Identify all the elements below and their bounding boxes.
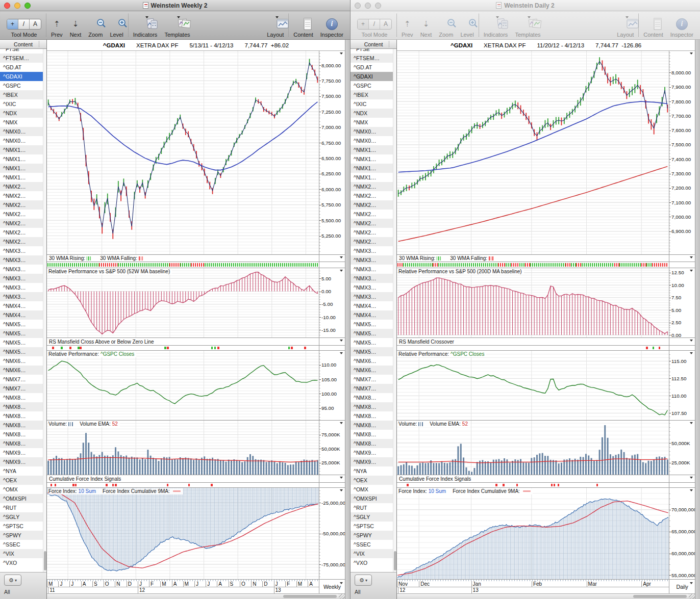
sidebar-item-nmx2[interactable]: ^NMX2…	[0, 237, 43, 246]
chevron-down-icon[interactable]	[690, 489, 693, 491]
titlebar[interactable]: Weinstein Daily 2	[351, 0, 700, 11]
templates-button[interactable]: Templates	[511, 11, 544, 39]
sidebar-item-nmx[interactable]: ^NMX	[351, 118, 393, 127]
sidebar-item-nmx4[interactable]: ^NMX4…	[0, 301, 43, 310]
volume-chart[interactable]: Volume: Volume EMA:52	[47, 421, 319, 475]
sidebar-item-omxspi[interactable]: ^OMXSPI	[351, 494, 393, 503]
sidebar-item-nmx1[interactable]: ^NMX1…	[0, 145, 43, 154]
sidebar-item-nmx1[interactable]: ^NMX1…	[351, 173, 393, 182]
sidebar-item-nmx7[interactable]: ^NMX7…	[0, 375, 43, 384]
gear-button[interactable]: ⚙▾	[355, 575, 372, 586]
templates-button[interactable]: Templates	[161, 11, 193, 39]
force-index-chart[interactable]: Force Index:10 Sum Force Index Cumulativ…	[397, 488, 669, 579]
chevron-down-icon[interactable]	[690, 270, 693, 272]
sidebar-item-ftsem[interactable]: ^FTSEM…	[0, 54, 43, 63]
sidebar-item-omx[interactable]: ^OMX	[0, 485, 43, 494]
sidebar-item-nmx1[interactable]: ^NMX1…	[351, 164, 393, 173]
gspc-relative-chart[interactable]: Relative Performance:^GSPC Closes	[47, 351, 319, 420]
sidebar-item-nmx0[interactable]: ^NMX0…	[0, 127, 43, 136]
sidebar-item-spwy[interactable]: ^SPWY	[0, 531, 43, 540]
sidebar-item-nmx3[interactable]: ^NMX3…	[0, 265, 43, 274]
sidebar-item-nmx9[interactable]: ^NMX9…	[0, 448, 43, 457]
sidebar-item-nmx2[interactable]: ^NMX2…	[0, 182, 43, 191]
resize-grip[interactable]	[689, 594, 695, 599]
sidebar-item-nmx3[interactable]: ^NMX3…	[0, 246, 43, 255]
sidebar-item-nmx2[interactable]: ^NMX2…	[0, 210, 43, 219]
sidebar-item-rut[interactable]: ^RUT	[0, 503, 43, 512]
panel-collapse-control[interactable]	[319, 255, 345, 262]
gear-button[interactable]: ⚙▾	[4, 575, 21, 586]
sidebar-item-nmx2[interactable]: ^NMX2…	[0, 219, 43, 228]
sidebar-item-nmx6[interactable]: ^NMX6…	[0, 366, 43, 375]
sidebar-item-nmx5[interactable]: ^NMX5…	[0, 347, 43, 356]
sidebar-item-ndx[interactable]: ^NDX	[0, 109, 43, 118]
chevron-down-icon[interactable]	[690, 53, 693, 55]
relative-performance-chart[interactable]: Relative Performance vs S&P 500 (52W MA …	[47, 268, 319, 337]
chevron-down-icon[interactable]	[340, 422, 343, 424]
sidebar-item-nmx2[interactable]: ^NMX2…	[351, 210, 393, 219]
sidebar-item-oex[interactable]: ^OEX	[0, 476, 43, 485]
sidebar-item-sptsc[interactable]: ^SPTSC	[0, 522, 43, 531]
sidebar-item-nmx8[interactable]: ^NMX8…	[351, 439, 393, 448]
close-button[interactable]	[4, 3, 10, 9]
sidebar-item-gdaxi[interactable]: ^GDAXI	[0, 72, 43, 81]
sidebar-item-omxspi[interactable]: ^OMXSPI	[0, 494, 43, 503]
volume-chart[interactable]: Volume: Volume EMA:52	[397, 421, 669, 475]
zoom-out-button[interactable]: Zoom	[435, 11, 457, 39]
sidebar-item-nmx8[interactable]: ^NMX8…	[0, 402, 43, 411]
sidebar-item-ssec[interactable]: ^SSEC	[0, 540, 43, 549]
gspc-relative-axis[interactable]: 115.00112.50110.00107.50	[669, 351, 695, 420]
sidebar-item-nmx3[interactable]: ^NMX3…	[0, 283, 43, 292]
sidebar-item-ibex[interactable]: ^IBEX	[0, 90, 43, 99]
price-axis[interactable]: 8,000.007,900.007,800.007,700.007,600.00…	[669, 51, 695, 254]
chevron-down-icon[interactable]	[690, 352, 693, 354]
sidebar-item-nmx8[interactable]: ^NMX8…	[351, 402, 393, 411]
layout-button[interactable]: Layout	[263, 11, 287, 39]
zoom-in-button[interactable]: Level	[457, 11, 477, 39]
sidebar-header[interactable]: Content	[351, 40, 396, 49]
period-dropdown[interactable]: Daily	[669, 580, 695, 593]
sidebar-item-ftse[interactable]: ^FTSE	[351, 49, 393, 54]
panel-collapse-control[interactable]	[669, 475, 695, 482]
sidebar-item-nmx2[interactable]: ^NMX2…	[351, 191, 393, 200]
sidebar-item-nmx2[interactable]: ^NMX2…	[351, 182, 393, 191]
titlebar[interactable]: Weinstein Weekly 2	[0, 0, 350, 11]
sidebar-item-ibex[interactable]: ^IBEX	[351, 90, 393, 99]
sidebar-item-vxo[interactable]: ^VXO	[0, 558, 43, 567]
sidebar-item-nmx6[interactable]: ^NMX6…	[351, 356, 393, 366]
sidebar-item-gdat[interactable]: ^GD.AT	[351, 63, 393, 72]
force-index-axis[interactable]: 70,000,00065,000,00060,000,00055,000,000	[669, 488, 695, 579]
trendline-tool-button[interactable]: /	[369, 19, 380, 29]
indicators-button[interactable]: Indicators	[480, 11, 512, 39]
sidebar-item-nmx3[interactable]: ^NMX3…	[351, 283, 393, 292]
sidebar-item-nmx1[interactable]: ^NMX1…	[0, 154, 43, 164]
price-chart[interactable]	[397, 51, 669, 254]
sidebar-item-vix[interactable]: ^VIX	[351, 549, 393, 558]
sidebar-item-nmx3[interactable]: ^NMX3…	[351, 274, 393, 283]
zoom-button[interactable]	[375, 3, 381, 9]
sidebar-item-nmx1[interactable]: ^NMX1…	[0, 173, 43, 182]
sidebar-item-ixic[interactable]: ^IXIC	[0, 99, 43, 109]
scrollbar-thumb[interactable]	[633, 595, 687, 598]
sidebar-item-nmx0[interactable]: ^NMX0…	[351, 136, 393, 145]
sidebar-item-nmx5[interactable]: ^NMX5…	[351, 320, 393, 329]
time-axis[interactable]: MJJASONDJFMAMJJASONDJFMA111213	[47, 580, 319, 593]
next-button[interactable]: ⇣ Next	[66, 11, 85, 39]
relative-performance-axis[interactable]: 12.5010.007.505.002.500.00	[669, 268, 695, 337]
horizontal-scrollbar[interactable]	[47, 593, 345, 599]
sidebar-item-nmx[interactable]: ^NMX	[0, 118, 43, 127]
sidebar-item-nmx6[interactable]: ^NMX6…	[351, 366, 393, 375]
inspector-button[interactable]: i Inspector	[667, 11, 697, 39]
panel-collapse-control[interactable]	[669, 338, 695, 345]
relative-performance-axis[interactable]: 5.000.00-5.00-10.00-15.00	[319, 268, 345, 337]
sidebar-item-nmx5[interactable]: ^NMX5…	[351, 338, 393, 347]
sidebar-item-nmx8[interactable]: ^NMX8…	[0, 411, 43, 421]
sidebar-item-nmx9[interactable]: ^NMX9…	[351, 448, 393, 457]
sidebar-item-nmx8[interactable]: ^NMX8…	[351, 421, 393, 430]
sidebar-item-nmx1[interactable]: ^NMX1…	[351, 145, 393, 154]
minimize-button[interactable]	[14, 3, 20, 9]
minimize-button[interactable]	[365, 3, 371, 9]
crosshair-tool-button[interactable]: +	[7, 19, 18, 29]
force-index-axis[interactable]: -25,000,000-50,000,000-75,000,000	[319, 488, 345, 579]
horizontal-scrollbar[interactable]	[397, 593, 695, 599]
